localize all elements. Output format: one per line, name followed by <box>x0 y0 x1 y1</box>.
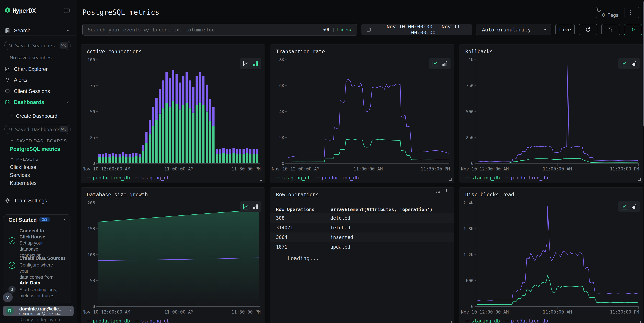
sidebar-item-team-settings[interactable]: Team Settings <box>0 197 77 204</box>
bar-chart-toggle-icon[interactable] <box>252 60 259 67</box>
granularity-select[interactable]: Auto Granularity <box>476 24 551 35</box>
svg-text:0: 0 <box>282 161 284 166</box>
granularity-value: Auto Granularity <box>482 27 531 33</box>
sidebar-item-search[interactable]: Search <box>0 27 77 34</box>
legend-item[interactable]: production_db <box>505 175 548 180</box>
resize-handle[interactable] <box>449 321 452 323</box>
saved-dashboards-input[interactable]: Saved Dashboards ⌘K <box>4 125 71 134</box>
cell-value: 308 <box>276 215 284 221</box>
legend-swatch <box>465 321 470 321</box>
kebab-menu-button[interactable] <box>628 7 639 18</box>
svg-text:2K: 2K <box>279 135 284 140</box>
sidebar-item-client-sessions[interactable]: Client Sessions <box>0 88 77 94</box>
get-started-item[interactable]: Add Data <box>20 280 64 286</box>
legend-label: staging_db <box>282 175 311 180</box>
query-language-switch[interactable]: SQL|Lucene <box>322 27 352 32</box>
legend-item[interactable]: staging_db <box>465 175 500 180</box>
legend-label: production_db <box>511 318 548 323</box>
sidebar-item-dashboards[interactable]: Dashboards <box>0 99 77 106</box>
live-button[interactable]: Live <box>556 24 575 35</box>
svg-text:11:00:00 AM: 11:00:00 AM <box>354 166 382 172</box>
download-icon[interactable] <box>444 188 449 194</box>
line-chart-toggle-icon[interactable] <box>242 204 249 210</box>
refresh-button[interactable] <box>579 24 597 35</box>
sidebar-item-postgresql-metrics[interactable]: PostgreSQL metrics <box>10 146 60 152</box>
sidebar-item-label: Search <box>14 28 30 34</box>
resize-handle[interactable] <box>638 178 641 180</box>
sidebar-item-clickhouse[interactable]: ClickHouse <box>10 164 36 170</box>
svg-text:11:00:00 AM: 11:00:00 AM <box>164 166 193 172</box>
resize-handle[interactable] <box>449 178 452 180</box>
saved-dashboards-placeholder: Saved Dashboards <box>15 127 61 132</box>
legend-swatch <box>505 321 510 321</box>
section-presets[interactable]: PRESETS <box>10 156 38 162</box>
sidebar-item-chart-explorer[interactable]: Chart Explorer <box>0 66 77 72</box>
sidebar-item-label: Dashboards <box>14 99 44 105</box>
line-chart-toggle-icon[interactable] <box>621 204 628 210</box>
column-header[interactable]: Row Operations <box>276 207 314 212</box>
legend-item[interactable]: production_db <box>505 318 548 323</box>
svg-text:11:00:00 AM: 11:00:00 AM <box>164 310 193 314</box>
svg-text:75: 75 <box>90 83 95 88</box>
sidebar-item-services[interactable]: Services <box>10 172 30 178</box>
filter-button[interactable] <box>602 24 620 35</box>
chevron-down-icon <box>10 157 14 160</box>
run-query-button[interactable] <box>624 24 642 35</box>
section-saved-dashboards[interactable]: SAVED DASHBOARDS <box>10 138 67 144</box>
help-button[interactable]: ? <box>3 292 13 302</box>
bell-icon <box>4 77 10 83</box>
wrap-text-icon[interactable] <box>435 188 441 194</box>
chart-card-active-connections: 1007550250Nov 10 12:00:00 AM11:00:00 AM1… <box>81 44 265 183</box>
chevron-up-icon[interactable] <box>62 218 67 222</box>
lucene-option[interactable]: Lucene <box>336 27 352 32</box>
line-chart-toggle-icon[interactable] <box>621 60 628 67</box>
get-started-item[interactable]: Create Data Sources <box>20 255 74 261</box>
svg-text:1K: 1K <box>468 57 474 62</box>
legend-item[interactable]: staging_db <box>276 175 311 180</box>
search-input[interactable]: Search your events w/ Lucene ex. column:… <box>82 24 357 36</box>
get-started-title: Get Started <box>8 217 37 223</box>
sidebar-collapse-button[interactable] <box>64 7 71 14</box>
bar-chart-toggle-icon[interactable] <box>630 60 637 67</box>
line-chart-toggle-icon[interactable] <box>432 60 438 67</box>
get-started-item-desc: Configure where yourdata comes from <box>20 262 62 280</box>
svg-text:50: 50 <box>90 109 95 114</box>
legend-item[interactable]: staging_db <box>465 318 500 323</box>
legend-item[interactable]: production_db <box>87 175 130 180</box>
saved-searches-input[interactable]: Saved Searches ⌘K <box>4 41 71 50</box>
legend-item[interactable]: production_db <box>316 175 359 180</box>
legend-item[interactable]: production_db <box>87 318 130 323</box>
user-menu[interactable]: D dominic.tran@clic... dominic.tran@clic… <box>3 306 74 316</box>
chevron-down-icon <box>542 27 548 32</box>
bar-chart-toggle-icon[interactable] <box>441 60 448 67</box>
column-header[interactable]: arrayElement(Attributes, 'operation') <box>328 206 432 213</box>
chart-legend: staging_dbproduction_db <box>465 175 548 180</box>
resize-handle[interactable] <box>638 321 641 323</box>
create-dashboard-button[interactable]: Create Dashboard <box>0 113 77 120</box>
line-chart: 8K6K4K2K0Nov 10 12:00:00 AM11:00:00 AM11… <box>270 44 454 183</box>
legend-item[interactable]: staging_db <box>135 318 170 323</box>
date-range-picker[interactable]: Nov 10 00:00:00 - Nov 11 00:00:00 <box>361 24 472 35</box>
svg-text:8K: 8K <box>279 57 284 62</box>
scrollbar[interactable] <box>643 1 644 126</box>
svg-text:20B: 20B <box>88 200 95 205</box>
arrow-right-icon[interactable]: → <box>64 287 70 293</box>
legend-label: production_db <box>93 318 130 323</box>
legend-item[interactable]: staging_db <box>135 175 170 180</box>
bar-chart-toggle-icon[interactable] <box>252 204 259 210</box>
line-chart-toggle-icon[interactable] <box>242 60 249 67</box>
cell-operation: updated <box>330 244 350 250</box>
svg-text:11:30:00 PM: 11:30:00 PM <box>232 166 260 172</box>
svg-text:250: 250 <box>466 135 474 140</box>
bar-chart-toggle-icon[interactable] <box>630 204 637 210</box>
sidebar-item-kubernetes[interactable]: Kubernetes <box>10 180 37 186</box>
resize-handle[interactable] <box>260 178 262 180</box>
svg-text:Nov 10 12:00:00 AM: Nov 10 12:00:00 AM <box>82 310 130 314</box>
resize-handle[interactable] <box>260 321 262 323</box>
play-icon <box>630 27 636 32</box>
tags-button[interactable]: 0 Tags <box>596 7 625 18</box>
sql-option[interactable]: SQL <box>322 27 330 32</box>
chart-display-toggle <box>240 58 261 69</box>
get-started-item[interactable]: Connect toClickHouse <box>20 228 64 240</box>
sidebar-item-alerts[interactable]: Alerts <box>0 76 77 83</box>
